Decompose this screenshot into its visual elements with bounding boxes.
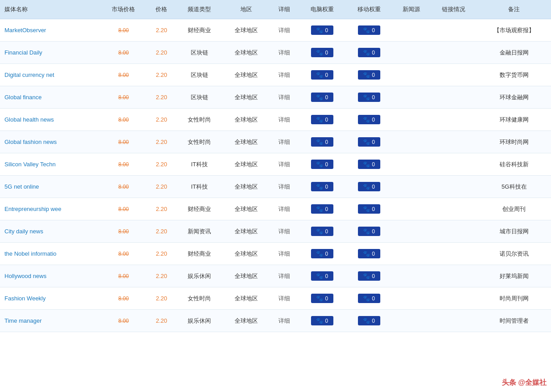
market-price-value: 8.00	[118, 72, 129, 78]
pc-weight-cell: 🐾 0	[299, 243, 345, 265]
pc-weight-cell: 🐾 0	[299, 265, 345, 287]
news-source-cell	[392, 42, 430, 64]
price-cell: 2.20	[147, 287, 176, 310]
price-value: 2.20	[156, 72, 167, 78]
paw-icon: 🐾	[363, 27, 370, 34]
price-value: 2.20	[156, 317, 167, 324]
main-table-container: 媒体名称 市场价格 价格 频道类型 地区 详细 电脑权重 移动权重 新闻源 链接…	[0, 0, 551, 332]
pc-weight-badge: 🐾 0	[311, 204, 333, 214]
paw-icon: 🐾	[316, 295, 323, 302]
paw-icon: 🐾	[316, 250, 323, 257]
price-cell: 2.20	[147, 42, 176, 64]
price-value: 2.20	[156, 228, 167, 235]
note-cell: 时尚周刊网	[477, 287, 551, 310]
price-value: 2.20	[156, 206, 167, 212]
col-pc-weight: 电脑权重	[299, 0, 345, 19]
table-row: Financial Daily8.002.20区块链全球地区详细🐾 0🐾 0金融…	[0, 42, 551, 64]
pc-weight-cell: 🐾 0	[299, 198, 345, 220]
media-name-link[interactable]: MarketObserver	[4, 27, 46, 34]
channel-type-cell: 财经商业	[176, 243, 223, 265]
note-cell: 环球健康网	[477, 109, 551, 131]
col-detail: 详细	[270, 0, 299, 19]
detail-link[interactable]: 详细	[278, 206, 290, 212]
note-value: 城市日报网	[500, 228, 529, 235]
table-row: Time manager8.002.20娱乐休闲全球地区详细🐾 0🐾 0时间管理…	[0, 310, 551, 332]
mobile-weight-cell: 🐾 0	[345, 220, 392, 243]
link-status-cell	[430, 19, 477, 42]
mobile-weight-badge: 🐾 0	[358, 70, 380, 80]
market-price-value: 8.00	[118, 50, 129, 56]
media-name-link[interactable]: Silicon Valley Techn	[4, 161, 55, 168]
detail-link[interactable]: 详细	[278, 228, 290, 235]
price-cell: 2.20	[147, 220, 176, 243]
media-name-link[interactable]: Entrepreneurship wee	[4, 206, 61, 212]
region-cell: 全球地区	[223, 176, 270, 198]
table-row: City daily news8.002.20新闻资讯全球地区详细🐾 0🐾 0城…	[0, 220, 551, 243]
note-cell: 时间管理者	[477, 310, 551, 332]
mobile-weight-cell: 🐾 0	[345, 131, 392, 153]
paw-icon: 🐾	[363, 183, 370, 190]
detail-link[interactable]: 详细	[278, 273, 290, 279]
market-price-value: 8.00	[118, 27, 129, 34]
paw-icon: 🐾	[316, 72, 323, 78]
media-name-link[interactable]: Time manager	[4, 317, 42, 324]
news-source-cell	[392, 220, 430, 243]
pc-weight-badge: 🐾 0	[311, 70, 333, 80]
media-name-link[interactable]: Hollywood news	[4, 273, 46, 279]
region-cell: 全球地区	[223, 198, 270, 220]
detail-cell: 详细	[270, 265, 299, 287]
media-name-link[interactable]: Global finance	[4, 94, 42, 101]
paw-icon: 🐾	[363, 161, 370, 168]
detail-link[interactable]: 详细	[278, 317, 290, 324]
media-name-link[interactable]: City daily news	[4, 228, 43, 235]
detail-link[interactable]: 详细	[278, 183, 290, 190]
pc-weight-cell: 🐾 0	[299, 220, 345, 243]
col-note: 备注	[477, 0, 551, 19]
news-source-cell	[392, 265, 430, 287]
table-row: Global fashion news8.002.20女性时尚全球地区详细🐾 0…	[0, 131, 551, 153]
price-cell: 2.20	[147, 131, 176, 153]
news-source-cell	[392, 310, 430, 332]
price-value: 2.20	[156, 161, 167, 168]
media-name-link[interactable]: Digital currency net	[4, 72, 54, 78]
detail-link[interactable]: 详细	[278, 161, 290, 168]
news-source-cell	[392, 64, 430, 86]
detail-link[interactable]: 详细	[278, 94, 290, 101]
market-price-cell: 8.00	[100, 198, 147, 220]
detail-link[interactable]: 详细	[278, 116, 290, 123]
news-source-cell	[392, 176, 430, 198]
channel-type-cell: 财经商业	[176, 198, 223, 220]
price-cell: 2.20	[147, 243, 176, 265]
media-name-link[interactable]: Global health news	[4, 116, 54, 123]
col-mobile-weight: 移动权重	[345, 0, 392, 19]
detail-link[interactable]: 详细	[278, 72, 290, 78]
media-name-cell: Financial Daily	[0, 42, 100, 64]
media-name-link[interactable]: 5G net online	[4, 183, 39, 190]
price-value: 2.20	[156, 250, 167, 257]
note-cell: 金融日报网	[477, 42, 551, 64]
link-status-cell	[430, 265, 477, 287]
detail-link[interactable]: 详细	[278, 139, 290, 145]
note-cell: 好莱坞新闻	[477, 265, 551, 287]
table-row: Silicon Valley Techn8.002.20IT科技全球地区详细🐾 …	[0, 153, 551, 176]
news-source-cell	[392, 19, 430, 42]
channel-type-cell: 女性时尚	[176, 287, 223, 310]
pc-weight-badge: 🐾 0	[311, 93, 333, 102]
media-name-link[interactable]: Fashion Weekly	[4, 295, 46, 302]
price-value: 2.20	[156, 139, 167, 145]
detail-link[interactable]: 详细	[278, 27, 290, 34]
media-name-link[interactable]: Financial Daily	[4, 49, 42, 56]
link-status-cell	[430, 287, 477, 310]
media-name-link[interactable]: the Nobel informatio	[4, 250, 56, 257]
header-row: 媒体名称 市场价格 价格 频道类型 地区 详细 电脑权重 移动权重 新闻源 链接…	[0, 0, 551, 19]
detail-link[interactable]: 详细	[278, 49, 290, 56]
mobile-weight-cell: 🐾 0	[345, 243, 392, 265]
media-name-cell: Hollywood news	[0, 265, 100, 287]
detail-cell: 详细	[270, 176, 299, 198]
media-name-link[interactable]: Global fashion news	[4, 139, 57, 145]
channel-type-cell: 区块链	[176, 64, 223, 86]
detail-link[interactable]: 详细	[278, 295, 290, 302]
price-value: 2.20	[156, 27, 167, 34]
col-news-source: 新闻源	[392, 0, 430, 19]
detail-link[interactable]: 详细	[278, 250, 290, 257]
